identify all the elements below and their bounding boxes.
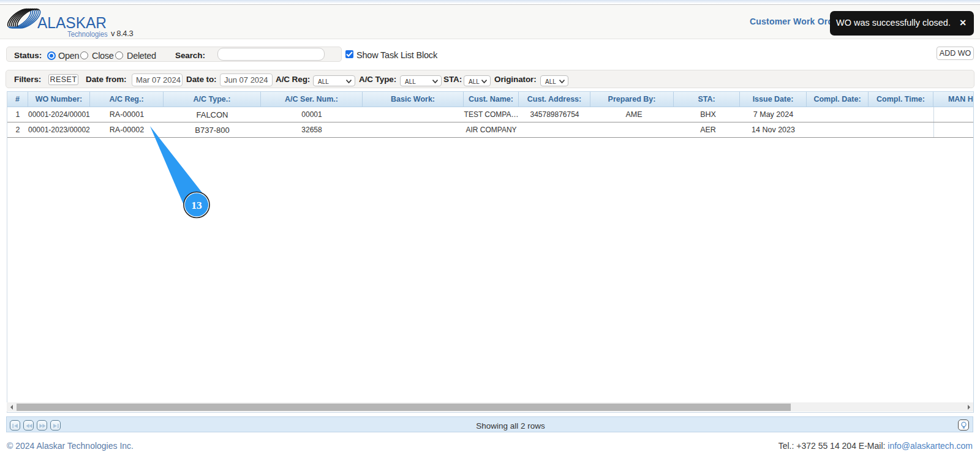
svg-text:13: 13	[191, 199, 202, 211]
